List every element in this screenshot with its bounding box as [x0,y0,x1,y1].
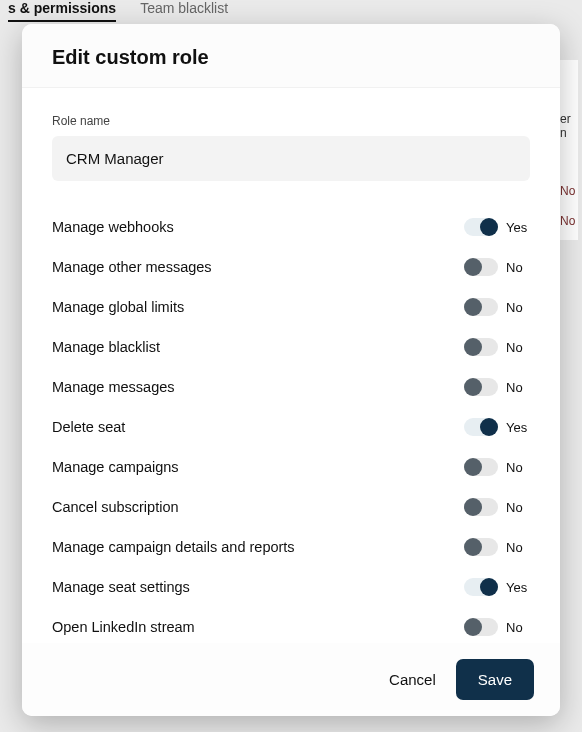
role-name-input[interactable] [52,136,530,181]
permission-row: Cancel subscriptionNo [52,487,530,527]
toggle-state-text: No [506,300,530,315]
permission-label: Open LinkedIn stream [52,619,195,635]
modal-header: Edit custom role [22,24,560,88]
permission-toggle-wrap: No [464,338,530,356]
permission-toggle-wrap: No [464,618,530,636]
toggle-knob [464,618,482,636]
permission-label: Manage global limits [52,299,184,315]
permission-label: Manage blacklist [52,339,160,355]
permission-row: Manage seat settingsYes [52,567,530,607]
background-tabs: s & permissions Team blacklist [0,0,582,22]
permission-toggle-wrap: No [464,258,530,276]
permission-toggle-wrap: Yes [464,218,530,236]
toggle-knob [464,458,482,476]
bg-cell: No [560,198,576,228]
permission-toggle[interactable] [464,298,498,316]
toggle-state-text: No [506,460,530,475]
toggle-state-text: No [506,500,530,515]
permission-toggle[interactable] [464,618,498,636]
toggle-knob [464,498,482,516]
permission-label: Manage campaign details and reports [52,539,295,555]
permission-row: Manage campaignsNo [52,447,530,487]
permission-toggle[interactable] [464,578,498,596]
bg-col-header: er n [560,64,576,140]
toggle-state-text: Yes [506,220,530,235]
permissions-list: Manage webhooksYesManage other messagesN… [52,207,530,643]
permission-row: Manage campaign details and reportsNo [52,527,530,567]
toggle-state-text: Yes [506,580,530,595]
permission-toggle-wrap: No [464,498,530,516]
permission-toggle[interactable] [464,258,498,276]
role-name-label: Role name [52,114,530,128]
permission-row: Open LinkedIn streamNo [52,607,530,643]
toggle-state-text: No [506,380,530,395]
toggle-knob [480,218,498,236]
background-table-fragment: er n No No [558,60,578,240]
tab-permissions[interactable]: s & permissions [8,0,116,22]
toggle-knob [480,578,498,596]
tab-team-blacklist[interactable]: Team blacklist [140,0,228,22]
permission-row: Delete seatYes [52,407,530,447]
permission-toggle-wrap: No [464,458,530,476]
permission-toggle-wrap: No [464,378,530,396]
save-button[interactable]: Save [456,659,534,700]
permission-row: Manage messagesNo [52,367,530,407]
permission-label: Manage other messages [52,259,212,275]
modal-body[interactable]: Role name Manage webhooksYesManage other… [22,88,560,643]
permission-row: Manage other messagesNo [52,247,530,287]
toggle-state-text: Yes [506,420,530,435]
toggle-knob [480,418,498,436]
toggle-knob [464,298,482,316]
permission-row: Manage blacklistNo [52,327,530,367]
cancel-button[interactable]: Cancel [389,671,436,688]
permission-row: Manage webhooksYes [52,207,530,247]
toggle-state-text: No [506,540,530,555]
permission-row: Manage global limitsNo [52,287,530,327]
permission-toggle[interactable] [464,378,498,396]
modal-title: Edit custom role [52,46,530,69]
toggle-knob [464,538,482,556]
permission-toggle-wrap: No [464,298,530,316]
permission-label: Manage seat settings [52,579,190,595]
permission-toggle[interactable] [464,338,498,356]
edit-role-modal: Edit custom role Role name Manage webhoo… [22,24,560,716]
toggle-knob [464,258,482,276]
toggle-knob [464,378,482,396]
permission-label: Cancel subscription [52,499,179,515]
permission-toggle-wrap: No [464,538,530,556]
permission-toggle-wrap: Yes [464,418,530,436]
toggle-state-text: No [506,620,530,635]
permission-label: Delete seat [52,419,125,435]
toggle-knob [464,338,482,356]
permission-label: Manage messages [52,379,175,395]
permission-toggle[interactable] [464,218,498,236]
permission-label: Manage campaigns [52,459,179,475]
permission-toggle[interactable] [464,418,498,436]
modal-footer: Cancel Save [22,643,560,716]
permission-toggle[interactable] [464,498,498,516]
bg-cell: No [560,140,576,198]
permission-toggle[interactable] [464,458,498,476]
toggle-state-text: No [506,260,530,275]
toggle-state-text: No [506,340,530,355]
permission-toggle[interactable] [464,538,498,556]
permission-label: Manage webhooks [52,219,174,235]
permission-toggle-wrap: Yes [464,578,530,596]
